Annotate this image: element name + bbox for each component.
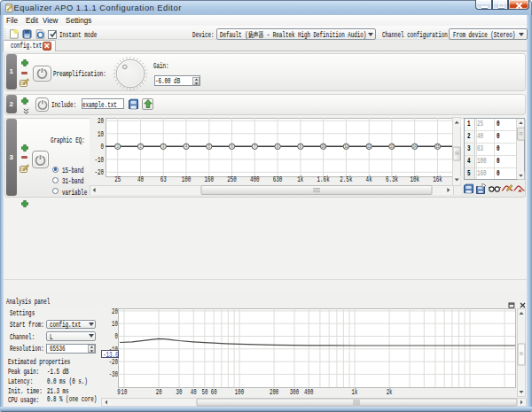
svg-text:15: 15: [435, 145, 440, 150]
svg-text:250: 250: [227, 176, 237, 184]
svg-text:200: 200: [270, 388, 278, 396]
svg-text:20: 20: [156, 388, 162, 396]
svg-text:100: 100: [182, 176, 192, 184]
svg-text:-30: -30: [109, 370, 118, 378]
svg-text:1k: 1k: [352, 388, 358, 396]
svg-text:300: 300: [290, 388, 299, 396]
svg-text:13: 13: [390, 145, 395, 150]
svg-text:400: 400: [304, 388, 313, 396]
svg-text:10: 10: [121, 388, 128, 396]
svg-text:100: 100: [235, 388, 244, 396]
svg-text:60: 60: [211, 388, 217, 396]
svg-text:-10: -10: [94, 156, 104, 164]
svg-text:40: 40: [191, 388, 197, 396]
svg-text:9: 9: [117, 388, 120, 396]
svg-text:630: 630: [273, 176, 283, 184]
svg-text:25: 25: [114, 176, 121, 184]
svg-text:10: 10: [98, 130, 104, 138]
svg-text:1.6k: 1.6k: [317, 176, 330, 184]
svg-text:14: 14: [413, 145, 418, 150]
svg-text:400: 400: [250, 176, 260, 184]
svg-text:-20: -20: [94, 168, 104, 176]
svg-text:63: 63: [160, 176, 167, 184]
svg-text:10: 10: [322, 145, 326, 150]
svg-text:20: 20: [112, 308, 118, 315]
svg-text:2.5k: 2.5k: [340, 176, 352, 184]
svg-text:50: 50: [201, 388, 207, 396]
svg-text:0: 0: [115, 332, 118, 340]
svg-text:12: 12: [367, 145, 372, 150]
svg-text:16k: 16k: [433, 176, 442, 184]
svg-text:20: 20: [98, 117, 104, 125]
svg-text:160: 160: [204, 176, 214, 184]
svg-text:40: 40: [137, 176, 144, 184]
svg-text:10k: 10k: [410, 176, 419, 184]
svg-text:11: 11: [344, 145, 348, 150]
svg-text:0: 0: [100, 143, 104, 151]
svg-text:10: 10: [112, 320, 118, 328]
svg-text:2k: 2k: [387, 388, 393, 396]
svg-text:4k: 4k: [366, 176, 372, 184]
svg-text:6.3k: 6.3k: [386, 176, 398, 184]
svg-text:1k: 1k: [297, 176, 303, 184]
svg-text:30: 30: [176, 388, 183, 396]
